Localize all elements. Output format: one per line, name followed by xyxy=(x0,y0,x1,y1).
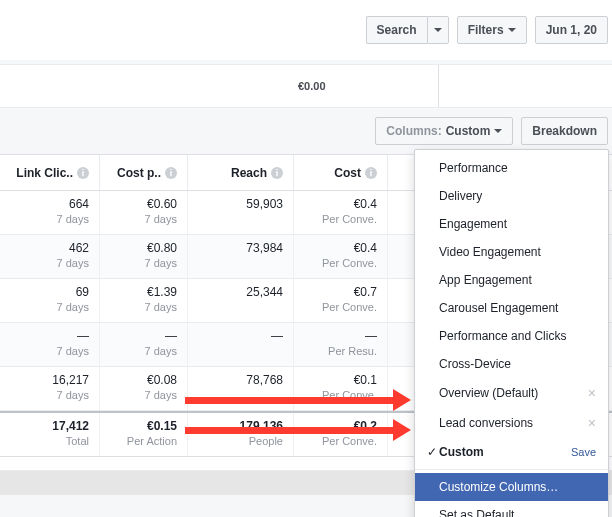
divider xyxy=(438,65,439,107)
summary-value: €0.00 xyxy=(298,80,326,92)
columns-button[interactable]: Columns: Custom xyxy=(375,117,513,145)
menu-item-carousel-engagement[interactable]: Carousel Engagement xyxy=(415,294,608,322)
menu-item-engagement[interactable]: Engagement xyxy=(415,210,608,238)
columns-label: Columns: xyxy=(386,124,441,138)
col-header-link-clicks[interactable]: Link Clic..i xyxy=(0,155,100,190)
search-button[interactable]: Search xyxy=(366,16,427,44)
save-link[interactable]: Save xyxy=(571,446,596,458)
menu-item-lead-conversions[interactable]: Lead conversions× xyxy=(415,408,608,438)
breakdown-button[interactable]: Breakdown xyxy=(521,117,608,145)
check-icon: ✓ xyxy=(427,445,439,459)
info-icon[interactable]: i xyxy=(165,167,177,179)
table-toolbar: Columns: Custom Breakdown xyxy=(0,108,612,154)
breakdown-label: Breakdown xyxy=(532,124,597,138)
close-icon[interactable]: × xyxy=(588,415,596,431)
menu-item-cross-device[interactable]: Cross-Device xyxy=(415,350,608,378)
filters-label: Filters xyxy=(468,23,504,37)
menu-item-set-default[interactable]: Set as Default xyxy=(415,501,608,517)
col-header-reach[interactable]: Reachi xyxy=(188,155,294,190)
menu-item-custom[interactable]: ✓CustomSave xyxy=(415,438,608,466)
summary-bar: €0.00 xyxy=(0,64,612,108)
menu-item-performance[interactable]: Performance xyxy=(415,154,608,182)
search-button-group: Search xyxy=(366,16,449,44)
menu-item-performance-clicks[interactable]: Performance and Clicks xyxy=(415,322,608,350)
caret-down-icon xyxy=(508,28,516,32)
info-icon[interactable]: i xyxy=(77,167,89,179)
menu-item-overview-default[interactable]: Overview (Default)× xyxy=(415,378,608,408)
menu-item-app-engagement[interactable]: App Engagement xyxy=(415,266,608,294)
col-header-cost[interactable]: Costi xyxy=(294,155,388,190)
filters-button[interactable]: Filters xyxy=(457,16,527,44)
columns-value: Custom xyxy=(446,124,491,138)
info-icon[interactable]: i xyxy=(271,167,283,179)
search-dropdown-toggle[interactable] xyxy=(427,16,449,44)
close-icon[interactable]: × xyxy=(588,385,596,401)
caret-down-icon xyxy=(494,129,502,133)
menu-separator xyxy=(415,469,608,470)
date-range-button[interactable]: Jun 1, 20 xyxy=(535,16,608,44)
menu-item-delivery[interactable]: Delivery xyxy=(415,182,608,210)
top-toolbar: Search Filters Jun 1, 20 xyxy=(0,0,612,60)
info-icon[interactable]: i xyxy=(365,167,377,179)
menu-item-customize-columns[interactable]: Customize Columns… xyxy=(415,473,608,501)
col-header-cost-per[interactable]: Cost p..i xyxy=(100,155,188,190)
menu-item-video-engagement[interactable]: Video Engagement xyxy=(415,238,608,266)
columns-dropdown-menu: Performance Delivery Engagement Video En… xyxy=(414,149,609,517)
caret-down-icon xyxy=(434,28,442,32)
